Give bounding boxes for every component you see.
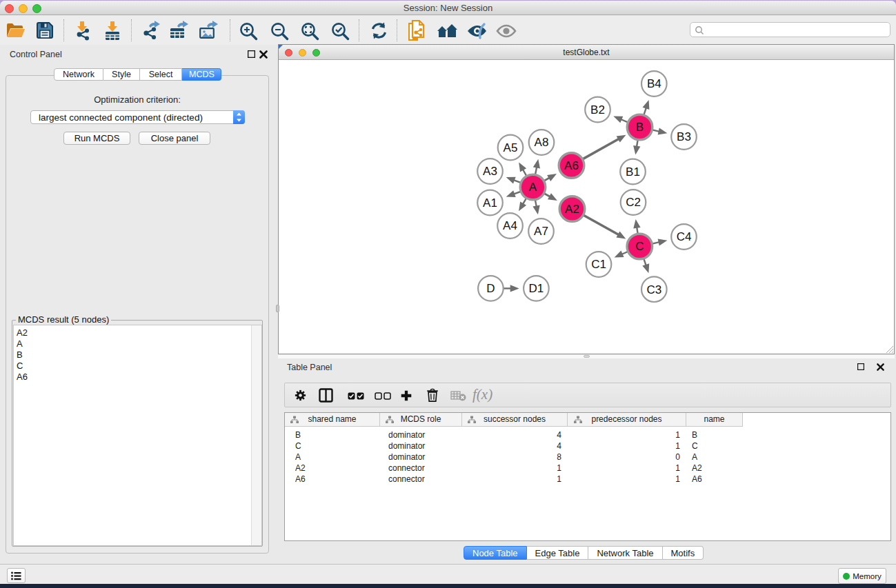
svg-text:A5: A5 bbox=[504, 141, 518, 154]
svg-text:C: C bbox=[635, 240, 644, 253]
svg-text:A7: A7 bbox=[534, 225, 548, 238]
svg-text:C4: C4 bbox=[677, 230, 692, 243]
svg-text:A8: A8 bbox=[535, 136, 549, 149]
svg-text:A3: A3 bbox=[483, 165, 497, 178]
svg-text:B3: B3 bbox=[677, 130, 691, 143]
svg-text:B2: B2 bbox=[590, 103, 605, 116]
svg-text:A1: A1 bbox=[483, 196, 497, 210]
svg-text:B1: B1 bbox=[626, 165, 640, 179]
svg-text:A: A bbox=[529, 181, 537, 194]
svg-text:C1: C1 bbox=[591, 258, 606, 271]
svg-text:D: D bbox=[486, 282, 495, 295]
svg-text:A6: A6 bbox=[564, 159, 579, 172]
svg-text:B4: B4 bbox=[647, 77, 661, 90]
svg-text:A4: A4 bbox=[503, 219, 517, 232]
svg-text:D1: D1 bbox=[529, 282, 544, 295]
svg-text:C2: C2 bbox=[626, 196, 641, 209]
svg-text:C3: C3 bbox=[646, 283, 661, 296]
svg-text:B: B bbox=[636, 121, 644, 134]
svg-text:A2: A2 bbox=[565, 203, 579, 216]
